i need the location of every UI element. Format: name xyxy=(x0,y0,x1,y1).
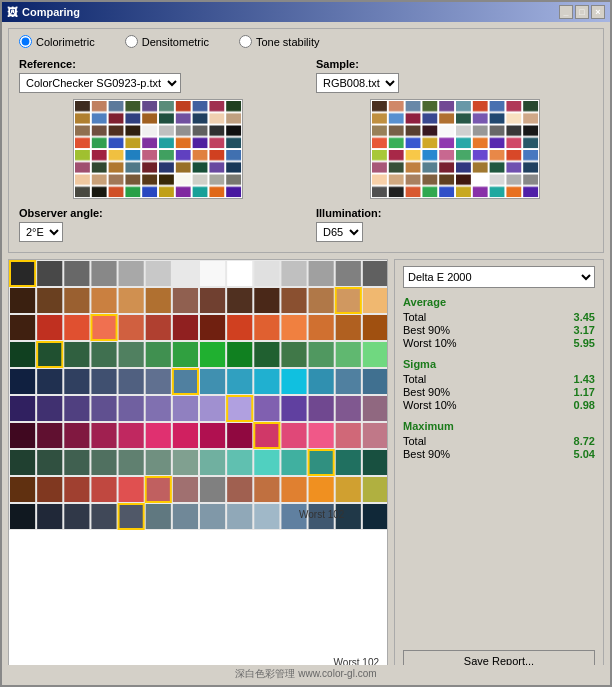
sigma-best-row: Best 90% 1.17 xyxy=(403,386,595,398)
comparing-window: 🖼 Comparing _ □ × Colorimetric Densitome… xyxy=(0,0,612,687)
average-total-val: 3.45 xyxy=(574,311,595,323)
average-best-row: Best 90% 3.17 xyxy=(403,324,595,336)
title-bar-left: 🖼 Comparing xyxy=(7,6,80,18)
color-grid-canvas xyxy=(9,260,388,530)
observer-dropdown[interactable]: 2°E xyxy=(19,222,63,242)
window-title: Comparing xyxy=(22,6,80,18)
minimize-button[interactable]: _ xyxy=(559,5,573,19)
window-icon: 🖼 xyxy=(7,6,18,18)
average-worst-label: Worst 10% xyxy=(403,337,457,349)
max-best-val: 5.04 xyxy=(574,448,595,460)
observer-col: Observer angle: 2°E xyxy=(19,207,296,242)
metric-dropdown[interactable]: Delta E 2000 xyxy=(403,266,595,288)
stats-panel: Delta E 2000 Average Total 3.45 Best 90%… xyxy=(394,259,604,679)
illumination-col: Illumination: D65 xyxy=(316,207,593,242)
average-worst-val: 5.95 xyxy=(574,337,595,349)
illumination-dropdown[interactable]: D65 xyxy=(316,222,363,242)
sigma-total-val: 1.43 xyxy=(574,373,595,385)
title-bar-controls: _ □ × xyxy=(559,5,605,19)
reference-label: Reference: xyxy=(19,58,296,70)
sigma-total-label: Total xyxy=(403,373,426,385)
main-content: Colorimetric Densitometric Tone stabilit… xyxy=(2,22,610,685)
sample-preview xyxy=(370,99,540,199)
radio-tone-stability[interactable]: Tone stability xyxy=(239,35,320,48)
preview-images xyxy=(19,99,593,199)
obs-illum-row: Observer angle: 2°E Illumination: D65 xyxy=(19,207,593,242)
average-total-row: Total 3.45 xyxy=(403,311,595,323)
sigma-worst-val: 0.98 xyxy=(574,399,595,411)
observer-label: Observer angle: xyxy=(19,207,296,219)
reference-preview xyxy=(73,99,243,199)
maximum-group: Maximum Total 8.72 Best 90% 5.04 xyxy=(403,420,595,461)
maximum-title: Maximum xyxy=(403,420,595,432)
radio-densitometric[interactable]: Densitometric xyxy=(125,35,209,48)
title-bar: 🖼 Comparing _ □ × xyxy=(2,2,610,22)
sigma-best-label: Best 90% xyxy=(403,386,450,398)
illumination-label: Illumination: xyxy=(316,207,593,219)
radio-group: Colorimetric Densitometric Tone stabilit… xyxy=(19,35,593,48)
average-worst-row: Worst 10% 5.95 xyxy=(403,337,595,349)
ref-sample-row: Reference: ColorChecker SG0923-p.txt Sam… xyxy=(19,58,593,93)
sample-label: Sample: xyxy=(316,58,593,70)
sigma-group: Sigma Total 1.43 Best 90% 1.17 Worst 10%… xyxy=(403,358,595,412)
max-total-label: Total xyxy=(403,435,426,447)
average-group: Average Total 3.45 Best 90% 3.17 Worst 1… xyxy=(403,296,595,350)
sample-col: Sample: RGB008.txt xyxy=(316,58,593,93)
average-best-val: 3.17 xyxy=(574,324,595,336)
top-panel: Colorimetric Densitometric Tone stabilit… xyxy=(8,28,604,253)
reference-col: Reference: ColorChecker SG0923-p.txt xyxy=(19,58,296,93)
sample-preview-box xyxy=(316,99,593,199)
sigma-best-val: 1.17 xyxy=(574,386,595,398)
sigma-worst-row: Worst 10% 0.98 xyxy=(403,399,595,411)
radio-colorimetric[interactable]: Colorimetric xyxy=(19,35,95,48)
reference-preview-box xyxy=(19,99,296,199)
average-best-label: Best 90% xyxy=(403,324,450,336)
sample-dropdown[interactable]: RGB008.txt xyxy=(316,73,399,93)
close-button[interactable]: × xyxy=(591,5,605,19)
sigma-worst-label: Worst 10% xyxy=(403,399,457,411)
max-best-row: Best 90% 5.04 xyxy=(403,448,595,460)
sigma-total-row: Total 1.43 xyxy=(403,373,595,385)
max-best-label: Best 90% xyxy=(403,448,450,460)
bottom-watermark: 深白色彩管理 www.color-gl.com xyxy=(2,665,610,683)
average-total-label: Total xyxy=(403,311,426,323)
sigma-title: Sigma xyxy=(403,358,595,370)
max-total-row: Total 8.72 xyxy=(403,435,595,447)
max-total-val: 8.72 xyxy=(574,435,595,447)
bottom-area: Worst 102 Delta E 2000 Average Total 3.4… xyxy=(8,259,604,679)
reference-dropdown[interactable]: ColorChecker SG0923-p.txt xyxy=(19,73,181,93)
average-title: Average xyxy=(403,296,595,308)
maximize-button[interactable]: □ xyxy=(575,5,589,19)
color-grid-panel: Worst 102 xyxy=(8,259,388,679)
